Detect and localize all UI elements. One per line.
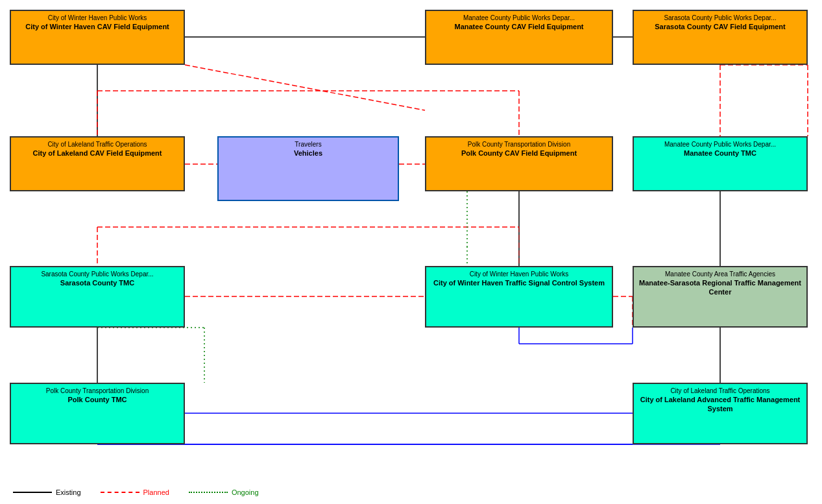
- planned-line-sample: [101, 492, 139, 493]
- lakeland-cav-subtitle: City of Lakeland CAV Field Equipment: [14, 149, 181, 158]
- polk-cav-title: Polk County Transportation Division: [429, 140, 609, 149]
- polk-tmc-subtitle: Polk County TMC: [14, 395, 181, 404]
- lakeland-atms-title: City of Lakeland Traffic Operations: [636, 387, 804, 395]
- lakeland-cav-node: City of Lakeland Traffic Operations City…: [10, 136, 185, 191]
- travelers-subtitle: Vehicles: [221, 149, 395, 158]
- manatee-cav-title: Manatee County Public Works Depar...: [429, 14, 609, 22]
- sarasota-tmc-node: Sarasota County Public Works Depar... Sa…: [10, 266, 185, 328]
- travelers-node: Travelers Vehicles: [217, 136, 399, 201]
- winter-haven-traffic-subtitle: City of Winter Haven Traffic Signal Cont…: [429, 278, 609, 287]
- sarasota-tmc-subtitle: Sarasota County TMC: [14, 278, 181, 287]
- existing-line-sample: [13, 492, 52, 493]
- diagram-container: City of Winter Haven Public Works City o…: [0, 0, 822, 467]
- winter-haven-traffic-node: City of Winter Haven Public Works City o…: [425, 266, 613, 328]
- manatee-cav-node: Manatee County Public Works Depar... Man…: [425, 10, 613, 65]
- ongoing-line-sample: [189, 492, 228, 493]
- manatee-sarasota-tmc-subtitle: Manatee-Sarasota Regional Traffic Manage…: [636, 278, 804, 297]
- polk-tmc-node: Polk County Transportation Division Polk…: [10, 383, 185, 444]
- manatee-tmc-subtitle: Manatee County TMC: [636, 149, 804, 158]
- sarasota-cav-title: Sarasota County Public Works Depar...: [636, 14, 804, 22]
- manatee-cav-subtitle: Manatee County CAV Field Equipment: [429, 22, 609, 31]
- legend-ongoing: Ongoing: [189, 488, 259, 496]
- polk-cav-subtitle: Polk County CAV Field Equipment: [429, 149, 609, 158]
- sarasota-cav-subtitle: Sarasota County CAV Field Equipment: [636, 22, 804, 31]
- winter-haven-traffic-title: City of Winter Haven Public Works: [429, 270, 609, 278]
- legend: Existing Planned Ongoing: [13, 488, 259, 496]
- lakeland-atms-subtitle: City of Lakeland Advanced Traffic Manage…: [636, 395, 804, 414]
- winter-haven-cav-node: City of Winter Haven Public Works City o…: [10, 10, 185, 65]
- winter-haven-cav-subtitle: City of Winter Haven CAV Field Equipment: [14, 22, 181, 31]
- manatee-tmc-node: Manatee County Public Works Depar... Man…: [633, 136, 808, 191]
- legend-existing: Existing: [13, 488, 81, 496]
- legend-planned: Planned: [101, 488, 169, 496]
- polk-cav-node: Polk County Transportation Division Polk…: [425, 136, 613, 191]
- winter-haven-cav-title: City of Winter Haven Public Works: [14, 14, 181, 22]
- planned-label: Planned: [143, 488, 169, 496]
- ongoing-label: Ongoing: [232, 488, 259, 496]
- sarasota-cav-node: Sarasota County Public Works Depar... Sa…: [633, 10, 808, 65]
- polk-tmc-title: Polk County Transportation Division: [14, 387, 181, 395]
- lakeland-atms-node: City of Lakeland Traffic Operations City…: [633, 383, 808, 444]
- sarasota-tmc-title: Sarasota County Public Works Depar...: [14, 270, 181, 278]
- travelers-title: Travelers: [221, 140, 395, 149]
- manatee-sarasota-tmc-node: Manatee County Area Traffic Agencies Man…: [633, 266, 808, 328]
- lakeland-cav-title: City of Lakeland Traffic Operations: [14, 140, 181, 149]
- svg-line-9: [185, 65, 425, 110]
- existing-label: Existing: [56, 488, 81, 496]
- manatee-tmc-title: Manatee County Public Works Depar...: [636, 140, 804, 149]
- manatee-sarasota-tmc-title: Manatee County Area Traffic Agencies: [636, 270, 804, 278]
